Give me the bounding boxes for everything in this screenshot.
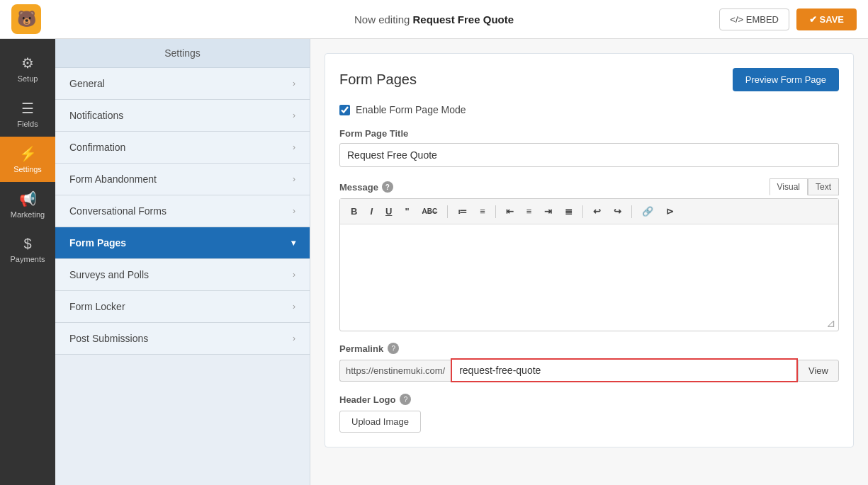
sidebar-item-fields[interactable]: ☰ Fields xyxy=(0,91,55,137)
form-page-title-input[interactable] xyxy=(339,143,839,167)
sidebar-item-marketing[interactable]: 📢 Marketing xyxy=(0,182,55,227)
toolbar-italic[interactable]: I xyxy=(365,203,378,219)
header-logo-info-icon[interactable]: ? xyxy=(400,394,411,405)
menu-item-post-submissions-label: Post Submissions xyxy=(69,333,148,344)
toolbar-align-left[interactable]: ⇤ xyxy=(501,203,519,219)
header-logo-row: Header Logo ? xyxy=(339,394,839,405)
save-button[interactable]: ✔ SAVE xyxy=(796,8,857,30)
toolbar-justify[interactable]: ≣ xyxy=(560,203,577,219)
toolbar-sep-1 xyxy=(447,205,448,218)
menu-item-confirmation-label: Confirmation xyxy=(69,142,125,153)
toolbar-sep-4 xyxy=(631,205,632,218)
chevron-down-icon: ▾ xyxy=(291,238,295,248)
view-button[interactable]: View xyxy=(798,360,839,382)
chevron-right-icon: › xyxy=(293,206,295,216)
toolbar-blockquote[interactable]: " xyxy=(400,203,414,219)
permalink-group: Permalink ? https://enstinemuki.com/ Vie… xyxy=(339,343,839,382)
toolbar-sep-3 xyxy=(582,205,583,218)
message-label: Message ? xyxy=(339,181,393,193)
chevron-right-icon: › xyxy=(293,110,295,120)
menu-item-form-locker-label: Form Locker xyxy=(69,301,125,312)
sidebar-item-settings[interactable]: ⚡ Settings xyxy=(0,137,55,182)
sidebar-item-setup[interactable]: ⚙ Setup xyxy=(0,46,55,91)
menu-item-form-locker[interactable]: Form Locker › xyxy=(55,291,310,323)
form-page-title-group: Form Page Title xyxy=(339,128,839,167)
sidebar-item-fields-label: Fields xyxy=(17,120,38,128)
enable-form-page-label[interactable]: Enable Form Page Mode xyxy=(356,104,466,115)
editing-indicator: Now editing Request Free Quote xyxy=(354,13,514,25)
upload-image-button[interactable]: Upload Image xyxy=(339,411,421,433)
menu-item-general-label: General xyxy=(69,78,105,89)
menu-item-confirmation[interactable]: Confirmation › xyxy=(55,132,310,164)
toolbar-ul[interactable]: ≡ xyxy=(475,203,490,219)
fields-icon: ☰ xyxy=(21,100,34,117)
main-content: Form Pages Preview Form Page Enable Form… xyxy=(310,39,868,485)
toolbar-bold[interactable]: B xyxy=(346,203,362,219)
toolbar-link[interactable]: 🔗 xyxy=(637,203,658,219)
menu-item-conversational-forms[interactable]: Conversational Forms › xyxy=(55,195,310,227)
menu-item-post-submissions[interactable]: Post Submissions › xyxy=(55,323,310,355)
toolbar-ol[interactable]: ≔ xyxy=(453,203,472,219)
menu-item-notifications-label: Notifications xyxy=(69,110,123,121)
editor-resize-handle[interactable]: ⊿ xyxy=(340,316,838,331)
toolbar-abc[interactable]: ABC xyxy=(417,205,443,218)
message-label-row: Message ? Visual Text xyxy=(339,178,839,195)
marketing-icon: 📢 xyxy=(19,190,37,207)
visual-text-tabs: Visual Text xyxy=(770,178,839,195)
sidebar-item-payments[interactable]: $ Payments xyxy=(0,227,55,272)
permalink-base-url: https://enstinemuki.com/ xyxy=(339,360,451,382)
logo-area: 🐻 xyxy=(11,4,41,34)
enable-form-page-row: Enable Form Page Mode xyxy=(339,104,839,115)
chevron-right-icon: › xyxy=(293,333,295,343)
panel-title: Form Pages xyxy=(339,72,417,88)
menu-item-notifications[interactable]: Notifications › xyxy=(55,100,310,132)
form-pages-panel: Form Pages Preview Form Page Enable Form… xyxy=(325,53,854,447)
form-page-title-label: Form Page Title xyxy=(339,128,839,139)
editor-body[interactable] xyxy=(340,224,838,316)
toolbar-redo[interactable]: ↪ xyxy=(609,203,626,219)
enable-form-page-checkbox[interactable] xyxy=(339,105,350,115)
toolbar-sep-2 xyxy=(495,205,496,218)
icon-sidebar: ⚙ Setup ☰ Fields ⚡ Settings 📢 Marketing … xyxy=(0,39,55,485)
setup-icon: ⚙ xyxy=(21,55,34,72)
top-bar: 🐻 Now editing Request Free Quote </> EMB… xyxy=(0,0,868,39)
editor-toolbar: B I U " ABC ≔ ≡ ⇤ ≡ ⇥ ≣ ↩ xyxy=(340,199,838,224)
message-editor: B I U " ABC ≔ ≡ ⇤ ≡ ⇥ ≣ ↩ xyxy=(339,198,839,331)
editing-prefix: Now editing xyxy=(354,13,410,25)
menu-item-general[interactable]: General › xyxy=(55,68,310,100)
menu-item-surveys-polls[interactable]: Surveys and Polls › xyxy=(55,259,310,291)
menu-item-form-pages-label: Form Pages xyxy=(69,237,126,249)
chevron-right-icon: › xyxy=(293,142,295,152)
main-layout: ⚙ Setup ☰ Fields ⚡ Settings 📢 Marketing … xyxy=(0,39,868,485)
toolbar-special[interactable]: ⊳ xyxy=(661,203,679,219)
visual-tab[interactable]: Visual xyxy=(770,178,808,195)
toolbar-align-right[interactable]: ⇥ xyxy=(539,203,557,219)
message-group: Message ? Visual Text B I U " ABC xyxy=(339,178,839,331)
settings-header: Settings xyxy=(55,39,310,68)
permalink-slug-input[interactable] xyxy=(451,358,798,382)
text-tab[interactable]: Text xyxy=(808,178,839,195)
chevron-right-icon: › xyxy=(293,302,295,312)
chevron-right-icon: › xyxy=(293,270,295,280)
preview-form-page-button[interactable]: Preview Form Page xyxy=(733,68,839,91)
chevron-right-icon: › xyxy=(293,174,295,184)
menu-item-form-abandonment[interactable]: Form Abandonment › xyxy=(55,164,310,195)
menu-item-form-abandonment-label: Form Abandonment xyxy=(69,173,157,185)
settings-sidebar: Settings General › Notifications › Confi… xyxy=(55,39,310,485)
sidebar-item-settings-label: Settings xyxy=(13,165,42,173)
permalink-info-icon[interactable]: ? xyxy=(388,343,399,354)
sidebar-item-setup-label: Setup xyxy=(18,74,38,83)
embed-button[interactable]: </> EMBED xyxy=(719,8,789,30)
header-logo-group: Header Logo ? Upload Image xyxy=(339,394,839,433)
message-info-icon[interactable]: ? xyxy=(382,181,393,193)
form-name-title: Request Free Quote xyxy=(413,13,514,25)
sidebar-item-payments-label: Payments xyxy=(11,255,45,263)
toolbar-align-center[interactable]: ≡ xyxy=(522,203,537,219)
menu-item-form-pages[interactable]: Form Pages ▾ xyxy=(55,227,310,259)
app-logo: 🐻 xyxy=(11,4,41,34)
chevron-right-icon: › xyxy=(293,79,295,89)
toolbar-undo[interactable]: ↩ xyxy=(588,203,606,219)
toolbar-underline[interactable]: U xyxy=(381,203,397,219)
sidebar-item-marketing-label: Marketing xyxy=(11,210,45,219)
panel-header: Form Pages Preview Form Page xyxy=(339,68,839,91)
